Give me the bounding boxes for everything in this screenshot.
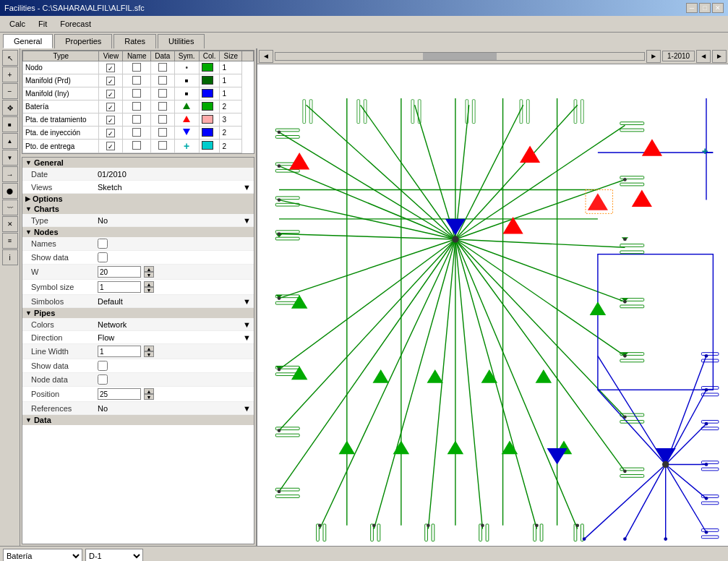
w-input[interactable]: [98, 266, 141, 278]
cell-data[interactable]: [151, 61, 174, 74]
prop-showdata-pipes-value[interactable]: [95, 359, 254, 372]
checkbox-data-pta-tratamiento[interactable]: [158, 115, 167, 124]
tool-node[interactable]: ⬤: [2, 183, 18, 199]
color-swatch-pta-inyeccion[interactable]: [202, 128, 213, 137]
checkbox-name-manifold-iny[interactable]: [132, 89, 141, 98]
names-checkbox[interactable]: [98, 239, 108, 249]
checkbox-view-manifold-prd[interactable]: [106, 77, 115, 85]
period-prev-btn[interactable]: ◄: [696, 50, 711, 63]
cell-name[interactable]: [123, 140, 151, 153]
checkbox-name-nodo[interactable]: [132, 63, 141, 72]
tool-props[interactable]: ≡: [2, 233, 18, 249]
minimize-button[interactable]: ─: [686, 3, 698, 13]
element-type-select[interactable]: Batería Nodo Manifold (Prd) Pta. de trat…: [3, 549, 82, 562]
tool-zoom-in[interactable]: +: [2, 67, 18, 82]
cell-view[interactable]: [99, 74, 123, 87]
element-id-select[interactable]: D-1: [85, 549, 143, 562]
linewidth-input[interactable]: [98, 346, 141, 357]
checkbox-name-pta-inyeccion[interactable]: [132, 128, 141, 137]
menu-fit[interactable]: Fit: [32, 17, 53, 30]
cell-color[interactable]: [199, 127, 220, 140]
checkbox-view-pta-inyeccion[interactable]: [106, 129, 115, 137]
showdata-pipes-checkbox[interactable]: [98, 361, 108, 371]
cell-view[interactable]: [99, 100, 123, 114]
checkbox-view-pto-entrega[interactable]: [106, 142, 115, 150]
cell-name[interactable]: [123, 87, 151, 100]
cell-data[interactable]: [151, 87, 174, 100]
checkbox-name-bateria[interactable]: [132, 102, 141, 111]
symbolsize-spin-up[interactable]: ▲: [144, 281, 154, 287]
section-options[interactable]: ▶ Options: [22, 194, 254, 204]
checkbox-name-pta-tratamiento[interactable]: [132, 115, 141, 124]
cell-data[interactable]: [151, 74, 174, 87]
cell-data[interactable]: [151, 127, 174, 140]
linewidth-spin-down[interactable]: ▼: [144, 351, 154, 357]
checkbox-data-manifold-iny[interactable]: [158, 89, 167, 98]
position-spin-down[interactable]: ▼: [144, 394, 154, 400]
horizontal-scrollbar[interactable]: [275, 52, 645, 61]
cell-name[interactable]: [123, 74, 151, 87]
maximize-button[interactable]: □: [699, 3, 711, 13]
cell-color[interactable]: [199, 100, 220, 114]
cell-view[interactable]: [99, 61, 123, 74]
cell-color[interactable]: [199, 140, 220, 153]
tool-arrow[interactable]: →: [2, 166, 18, 182]
section-pipes[interactable]: ▼ Pipes: [22, 308, 254, 318]
cell-color[interactable]: [199, 87, 220, 100]
section-charts[interactable]: ▼ Charts: [22, 204, 254, 214]
nav-right-btn[interactable]: ►: [646, 50, 661, 63]
period-next-btn[interactable]: ►: [712, 50, 727, 63]
tool-pipe[interactable]: 〰: [2, 200, 18, 215]
tab-utilities[interactable]: Utilities: [158, 34, 205, 48]
views-dropdown-btn[interactable]: ▼: [243, 183, 251, 192]
cell-name[interactable]: [123, 100, 151, 114]
prop-names-value[interactable]: [95, 237, 254, 250]
checkbox-data-nodo[interactable]: [158, 63, 167, 72]
references-dropdown-btn[interactable]: ▼: [243, 404, 251, 413]
position-spin-up[interactable]: ▲: [144, 388, 154, 394]
symbolsize-input[interactable]: [98, 281, 141, 293]
direction-dropdown-btn[interactable]: ▼: [243, 333, 251, 342]
cell-view[interactable]: [99, 140, 123, 153]
cell-data[interactable]: [151, 100, 174, 114]
scrollbar-thumb[interactable]: [423, 53, 497, 60]
tool-info[interactable]: i: [2, 249, 18, 265]
tool-delete[interactable]: ✕: [2, 216, 18, 232]
color-swatch-manifold-prd[interactable]: [202, 76, 213, 85]
cell-color[interactable]: [199, 61, 220, 74]
tool-select[interactable]: ↖: [2, 50, 18, 66]
checkbox-view-manifold-iny[interactable]: [106, 90, 115, 98]
tool-rect[interactable]: ■: [2, 116, 18, 132]
tab-rates[interactable]: Rates: [114, 34, 156, 48]
w-spin-down[interactable]: ▼: [144, 272, 154, 278]
checkbox-view-nodo[interactable]: [106, 64, 115, 72]
checkbox-data-bateria[interactable]: [158, 102, 167, 111]
cell-name[interactable]: [123, 61, 151, 74]
color-swatch-pto-entrega[interactable]: [202, 141, 213, 150]
w-spin-up[interactable]: ▲: [144, 266, 154, 272]
color-swatch-nodo[interactable]: [202, 63, 213, 72]
checkbox-view-bateria[interactable]: [106, 103, 115, 111]
checkbox-name-pto-entrega[interactable]: [132, 141, 141, 150]
cell-data[interactable]: [151, 114, 174, 127]
tool-tri-down[interactable]: ▼: [2, 150, 18, 166]
section-data[interactable]: ▼ Data: [22, 415, 254, 425]
cell-color[interactable]: [199, 74, 220, 87]
color-swatch-manifold-iny[interactable]: [202, 89, 213, 98]
symbolsize-spin-down[interactable]: ▼: [144, 287, 154, 293]
nav-left-btn[interactable]: ◄: [259, 50, 273, 63]
network-canvas[interactable]: +: [257, 64, 728, 546]
menu-forecast[interactable]: Forecast: [53, 17, 98, 30]
tool-tri-up[interactable]: ▲: [2, 133, 18, 149]
cell-name[interactable]: [123, 127, 151, 140]
position-input[interactable]: [98, 388, 141, 400]
close-button[interactable]: ✕: [712, 3, 724, 13]
cell-view[interactable]: [99, 87, 123, 100]
checkbox-data-manifold-prd[interactable]: [158, 76, 167, 85]
cell-color[interactable]: [199, 114, 220, 127]
prop-nodedata-value[interactable]: [95, 373, 254, 386]
color-swatch-bateria[interactable]: [202, 102, 213, 111]
showdata-nodes-checkbox[interactable]: [98, 252, 108, 262]
section-general[interactable]: ▼ General: [22, 158, 254, 168]
color-swatch-pta-tratamiento[interactable]: [202, 115, 213, 124]
